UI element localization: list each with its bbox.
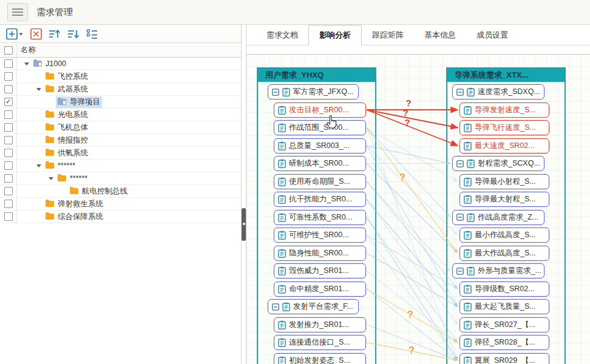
tree-row[interactable]: 飞控系统 [0,70,241,83]
folder-icon [46,86,54,92]
expand-arrow-icon[interactable] [46,177,56,180]
requirement-node[interactable]: 可靠性系数_SR0... [274,210,366,225]
requirement-node[interactable]: 导弹飞行速度_S... [459,120,549,135]
requirement-node[interactable]: 最大作战高度_S... [459,246,549,261]
requirement-node[interactable]: 射程需求_SCXQ... [452,156,544,171]
collapse-icon[interactable] [456,268,464,275]
tab-基本信息[interactable]: 基本信息 [414,25,466,45]
row-checkbox[interactable] [4,85,13,93]
requirement-node[interactable]: 初始发射姿态_S... [274,353,366,364]
requirement-node[interactable]: 命中精度_SR01... [274,281,366,297]
requirement-node[interactable]: 连接通信接口_S... [274,335,366,350]
document-icon [467,213,475,222]
tree-row[interactable]: 光电系统 [0,109,241,121]
row-checkbox[interactable] [4,187,13,195]
hamburger-menu-icon[interactable] [7,3,28,21]
tree-row[interactable]: 武器系统 [0,83,241,96]
tree-row[interactable]: 航电控制总线 [0,185,241,198]
tree-item[interactable]: ****** [44,161,77,170]
add-icon-button[interactable] [6,28,24,40]
tree-item[interactable]: ****** [56,174,89,183]
requirement-node[interactable]: 研制成本_SR00... [274,156,366,171]
tree-row[interactable]: ****** [0,160,241,172]
tree-item[interactable]: 综合保障系统 [44,211,105,223]
requirement-node[interactable]: 最小作战高度_S... [459,228,549,243]
requirement-node[interactable]: 发射推力_SR01... [274,317,366,332]
document-icon [282,87,290,96]
row-checkbox[interactable] [4,174,13,183]
tree-row[interactable]: ✓导弹项目 [0,96,241,109]
tab-成员设置[interactable]: 成员设置 [466,25,518,45]
requirement-node[interactable]: 导弹发射速度_S... [459,103,549,118]
select-all-checkbox[interactable] [4,46,13,55]
row-checkbox[interactable] [4,161,13,170]
collapse-icon[interactable] [456,89,464,96]
requirement-node[interactable]: 翼展_SR029_【... [459,353,549,364]
requirement-node[interactable]: 作战高度需求_Z... [452,210,544,225]
row-checkbox[interactable] [4,149,13,157]
expand-arrow-icon[interactable] [22,62,32,66]
row-checkbox[interactable] [4,72,13,81]
requirement-node[interactable]: 攻击目标_SR00... [274,103,366,118]
selected-tree-item[interactable]: 导弹项目 [56,96,102,108]
sort-down-icon-button[interactable] [67,28,80,40]
tree-row[interactable]: 情报指控 [0,134,241,147]
tree-row[interactable]: 供氧系统 [0,147,241,160]
requirement-node[interactable]: 可维护性_SR00... [274,228,366,243]
requirement-node[interactable]: 导弹最小射程_S... [459,174,549,189]
tree-item[interactable]: 光电系统 [44,109,90,121]
requirement-node[interactable]: 导弹级数_SR02... [459,281,549,297]
requirement-node[interactable]: 作战范围_SR00... [274,120,366,135]
expand-arrow-icon[interactable] [34,88,44,91]
tree-item[interactable]: 弹射救生系统 [44,198,105,210]
requirement-node[interactable]: 毁伤威力_SR01... [274,263,366,278]
requirement-node[interactable]: 弹长_SR027_【... [459,317,549,332]
tree-item[interactable]: 航电控制总线 [68,186,129,197]
tree-row[interactable]: 飞机总体 [0,121,241,134]
sort-up-icon-button[interactable] [49,28,61,40]
row-checkbox[interactable]: ✓ [4,98,13,106]
tree-row[interactable]: J1000 [0,58,241,70]
document-icon [278,213,286,222]
tree-item[interactable]: 武器系统 [44,84,90,95]
tree-item[interactable]: J1000 [32,59,68,69]
tree-row[interactable]: 弹射救生系统 [0,198,241,211]
requirement-node[interactable]: 军方需求_JFXQ... [268,84,359,99]
collapse-icon[interactable] [456,160,464,167]
left-group-header[interactable]: 用户需求_YHXQ [258,69,375,82]
tree-item[interactable]: 情报指控 [44,135,90,146]
row-checkbox[interactable] [4,212,13,221]
splitter-drag-handle[interactable] [242,208,246,241]
requirement-node[interactable]: 最大速度_SR02... [459,138,549,153]
collapse-icon[interactable] [456,214,464,221]
requirement-node[interactable]: 外形与质量需求_... [452,263,544,278]
checklist-icon-button[interactable] [86,28,98,40]
row-checkbox[interactable] [4,200,13,208]
requirement-node[interactable]: 弹径_SR028_【... [459,335,549,350]
requirement-node[interactable]: 总质量_SR003_... [274,138,366,153]
row-checkbox[interactable] [4,123,13,132]
row-checkbox[interactable] [4,136,13,144]
requirement-node[interactable]: 隐身性能_SR00... [274,246,366,261]
tree-row[interactable]: 综合保障系统 [0,211,241,223]
tree-item[interactable]: 飞控系统 [44,71,90,83]
tab-影响分析[interactable]: 影响分析 [308,25,362,46]
collapse-icon[interactable] [272,303,279,311]
requirement-node[interactable]: 最大起飞质量_S... [459,299,549,314]
collapse-icon[interactable] [272,89,279,96]
delete-icon-button[interactable] [30,28,42,40]
requirement-node[interactable]: 速度需求_SDXQ... [452,84,544,99]
tab-跟踪矩阵[interactable]: 跟踪矩阵 [362,25,414,45]
row-checkbox[interactable] [4,59,13,68]
tree-item[interactable]: 供氧系统 [44,147,90,159]
requirement-node[interactable]: 发射平台需求_F... [268,299,359,314]
requirement-node[interactable]: 抗干扰能力_SR0... [274,192,366,207]
tab-需求文档[interactable]: 需求文档 [256,25,308,45]
row-checkbox[interactable] [4,110,13,119]
requirement-node[interactable]: 导弹最大射程_S... [459,192,549,207]
expand-arrow-icon[interactable] [34,164,44,167]
requirement-node[interactable]: 使用寿命期限_S... [274,174,366,189]
tree-item[interactable]: 飞机总体 [44,122,90,133]
tree-row[interactable]: ****** [0,172,241,185]
right-group-header[interactable]: 导弹系统需求_XTX... [447,69,565,82]
